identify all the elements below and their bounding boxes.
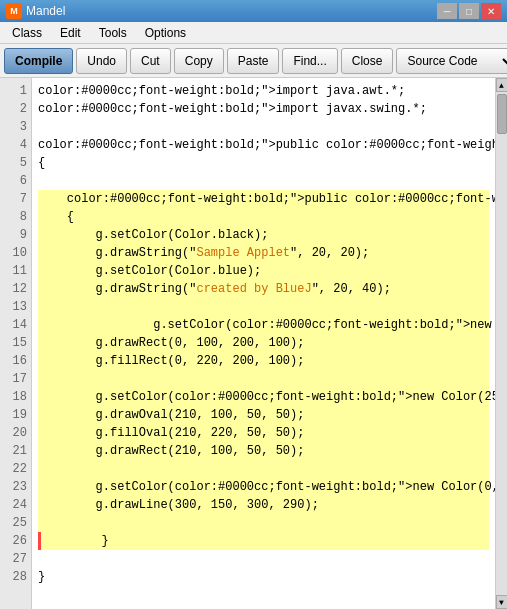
code-line: g.drawRect(0, 100, 200, 100);: [38, 334, 489, 352]
line-number: 26: [0, 532, 31, 550]
line-number: 17: [0, 370, 31, 388]
menu-edit[interactable]: Edit: [52, 24, 89, 42]
menu-tools[interactable]: Tools: [91, 24, 135, 42]
line-number: 5: [0, 154, 31, 172]
line-number: 11: [0, 262, 31, 280]
line-number: 13: [0, 298, 31, 316]
code-line: [38, 370, 489, 388]
code-line: g.drawRect(210, 100, 50, 50);: [38, 442, 489, 460]
code-line: [38, 514, 489, 532]
toolbar: Compile Undo Cut Copy Paste Find... Clos…: [0, 44, 507, 78]
code-line: color:#0000cc;font-weight:bold;">import …: [38, 100, 489, 118]
line-number: 25: [0, 514, 31, 532]
title-bar: M Mandel ─ □ ✕: [0, 0, 507, 22]
line-number: 16: [0, 352, 31, 370]
menu-bar: Class Edit Tools Options: [0, 22, 507, 44]
close-window-button[interactable]: ✕: [481, 3, 501, 19]
title-bar-left: M Mandel: [6, 3, 65, 19]
source-dropdown[interactable]: Source Code Documentation: [396, 48, 507, 74]
line-number: 1: [0, 82, 31, 100]
line-number: 12: [0, 280, 31, 298]
code-line: g.setColor(color:#0000cc;font-weight:bol…: [38, 316, 489, 334]
minimize-button[interactable]: ─: [437, 3, 457, 19]
code-line: }: [38, 532, 489, 550]
line-number: 10: [0, 244, 31, 262]
code-line: g.fillOval(210, 220, 50, 50);: [38, 424, 489, 442]
code-line: g.drawOval(210, 100, 50, 50);: [38, 406, 489, 424]
line-number: 2: [0, 100, 31, 118]
code-line: g.setColor(Color.black);: [38, 226, 489, 244]
line-number: 7: [0, 190, 31, 208]
scroll-up-arrow[interactable]: ▲: [496, 78, 508, 92]
line-number: 3: [0, 118, 31, 136]
line-number: 18: [0, 388, 31, 406]
code-line: [38, 172, 489, 190]
find-button[interactable]: Find...: [282, 48, 337, 74]
code-line: g.drawString("created by BlueJ", 20, 40)…: [38, 280, 489, 298]
code-line: g.fillRect(0, 220, 200, 100);: [38, 352, 489, 370]
line-number: 19: [0, 406, 31, 424]
code-line: g.setColor(color:#0000cc;font-weight:bol…: [38, 388, 489, 406]
line-number: 20: [0, 424, 31, 442]
line-number: 14: [0, 316, 31, 334]
line-number: 15: [0, 334, 31, 352]
window-title: Mandel: [26, 4, 65, 18]
code-editor[interactable]: color:#0000cc;font-weight:bold;">import …: [32, 78, 495, 609]
menu-class[interactable]: Class: [4, 24, 50, 42]
code-line: {: [38, 208, 489, 226]
code-line: color:#0000cc;font-weight:bold;">public …: [38, 136, 489, 154]
compile-button[interactable]: Compile: [4, 48, 73, 74]
code-line: color:#0000cc;font-weight:bold;">import …: [38, 82, 489, 100]
code-line: {: [38, 154, 489, 172]
code-line: g.drawLine(300, 150, 300, 290);: [38, 496, 489, 514]
line-number: 21: [0, 442, 31, 460]
code-line: g.setColor(Color.blue);: [38, 262, 489, 280]
code-line: [38, 298, 489, 316]
code-line: [38, 118, 489, 136]
close-button[interactable]: Close: [341, 48, 394, 74]
line-number: 28: [0, 568, 31, 586]
line-number: 6: [0, 172, 31, 190]
line-number: 4: [0, 136, 31, 154]
title-bar-controls: ─ □ ✕: [437, 3, 501, 19]
copy-button[interactable]: Copy: [174, 48, 224, 74]
line-number: 22: [0, 460, 31, 478]
scrollbar[interactable]: ▲ ▼: [495, 78, 507, 609]
undo-button[interactable]: Undo: [76, 48, 127, 74]
paste-button[interactable]: Paste: [227, 48, 280, 74]
line-number: 8: [0, 208, 31, 226]
line-number: 24: [0, 496, 31, 514]
code-line: [38, 550, 489, 568]
line-number: 23: [0, 478, 31, 496]
code-line: [38, 460, 489, 478]
line-numbers: 1234567891011121314151617181920212223242…: [0, 78, 32, 609]
code-line: g.drawString("Sample Applet", 20, 20);: [38, 244, 489, 262]
code-line: }: [38, 568, 489, 586]
scroll-down-arrow[interactable]: ▼: [496, 595, 508, 609]
line-number: 27: [0, 550, 31, 568]
scroll-thumb[interactable]: [497, 94, 507, 134]
line-number: 9: [0, 226, 31, 244]
menu-options[interactable]: Options: [137, 24, 194, 42]
restore-button[interactable]: □: [459, 3, 479, 19]
editor-container: 1234567891011121314151617181920212223242…: [0, 78, 507, 609]
app-icon: M: [6, 3, 22, 19]
cut-button[interactable]: Cut: [130, 48, 171, 74]
code-line: g.setColor(color:#0000cc;font-weight:bol…: [38, 478, 489, 496]
code-line: color:#0000cc;font-weight:bold;">public …: [38, 190, 489, 208]
